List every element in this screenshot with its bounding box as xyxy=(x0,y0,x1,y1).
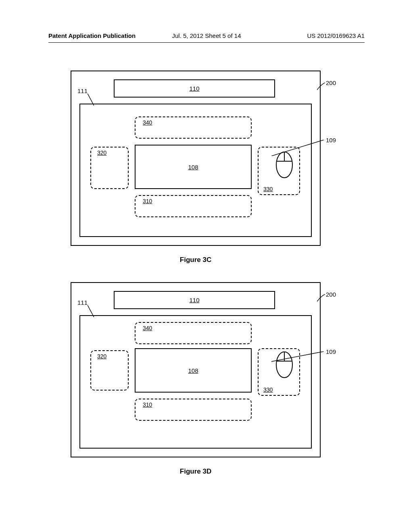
mouse-icon-d xyxy=(275,351,294,379)
ref-310: 310 xyxy=(143,198,152,204)
inner-frame-111-d: 340 320 108 330 310 xyxy=(79,315,312,449)
box-110: 110 xyxy=(114,79,275,98)
figure-3d-caption: Figure 3D xyxy=(71,468,321,476)
header-divider xyxy=(48,42,365,43)
ref-108: 108 xyxy=(188,164,198,170)
inner-frame-111: 340 320 108 330 310 xyxy=(79,104,312,237)
ref-310-d: 310 xyxy=(143,401,152,408)
label-111-d: 111 xyxy=(77,299,88,306)
ref-320: 320 xyxy=(97,150,106,156)
ref-110: 110 xyxy=(189,85,199,92)
box-108: 108 xyxy=(135,145,252,189)
leader-line-200-d xyxy=(317,294,325,302)
box-320-d: 320 xyxy=(90,350,129,391)
box-340: 340 xyxy=(135,116,252,139)
header-publication-number: US 2012/0169623 A1 xyxy=(307,32,365,39)
box-310-d: 310 xyxy=(135,399,252,421)
ref-340-d: 340 xyxy=(143,325,152,331)
box-340-d: 340 xyxy=(135,322,252,344)
header-date-sheet: Jul. 5, 2012 Sheet 5 of 14 xyxy=(172,32,241,39)
page-header: Patent Application Publication Jul. 5, 2… xyxy=(48,32,365,39)
label-200: 200 xyxy=(326,79,336,86)
label-109: 109 xyxy=(326,137,336,143)
figure-3c-caption: Figure 3C xyxy=(71,256,321,264)
box-330-d: 330 xyxy=(258,348,300,396)
label-111: 111 xyxy=(77,87,88,94)
leader-line-200 xyxy=(317,83,325,91)
ref-110-d: 110 xyxy=(189,297,199,303)
mouse-icon xyxy=(275,151,294,179)
figure-3c: 110 111 200 109 340 320 108 330 xyxy=(71,71,321,264)
ref-108-d: 108 xyxy=(188,367,198,374)
header-publication-type: Patent Application Publication xyxy=(48,32,136,39)
outer-box-200: 110 111 200 109 340 320 108 330 xyxy=(71,71,321,246)
ref-340: 340 xyxy=(143,119,152,126)
ref-330: 330 xyxy=(263,186,273,192)
outer-box-200-d: 110 111 200 109 340 320 108 330 xyxy=(71,282,321,457)
box-110-d: 110 xyxy=(114,291,275,309)
figure-3d: 110 111 200 109 340 320 108 330 xyxy=(71,282,321,476)
box-330: 330 xyxy=(258,147,300,195)
label-200-d: 200 xyxy=(326,291,336,298)
box-108-d: 108 xyxy=(135,348,252,393)
box-320: 320 xyxy=(90,147,129,189)
label-109-d: 109 xyxy=(326,348,336,355)
box-310: 310 xyxy=(135,195,252,217)
ref-330-d: 330 xyxy=(263,387,273,393)
ref-320-d: 320 xyxy=(97,353,106,360)
